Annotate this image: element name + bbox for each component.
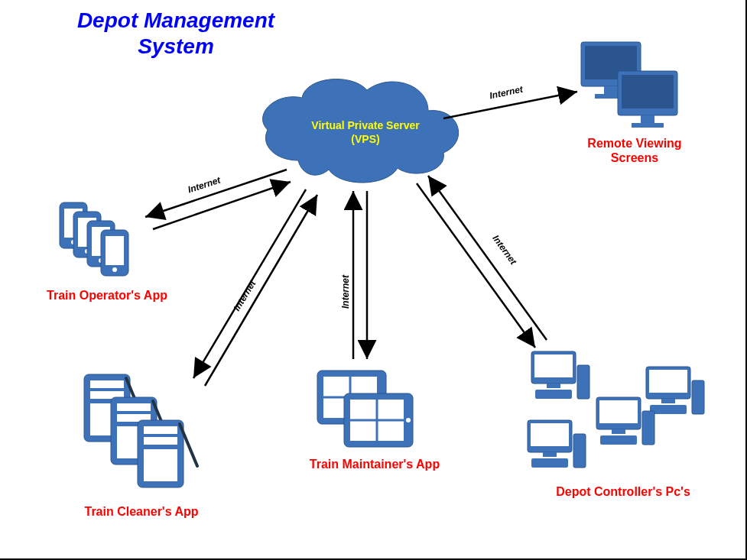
- svg-rect-20: [117, 426, 151, 458]
- svg-point-8: [99, 258, 103, 263]
- svg-rect-43: [649, 370, 687, 393]
- svg-line-66: [153, 182, 291, 229]
- label-train-cleaner: Train Cleaner's App: [65, 504, 218, 519]
- svg-rect-62: [622, 75, 674, 108]
- svg-rect-64: [632, 123, 664, 128]
- svg-line-26: [180, 424, 197, 466]
- svg-rect-58: [585, 46, 637, 79]
- svg-rect-15: [90, 403, 124, 435]
- label-remote-2: Screens: [611, 151, 658, 164]
- svg-line-16: [126, 378, 144, 420]
- handhelds-icon: [84, 374, 197, 487]
- svg-rect-33: [350, 400, 404, 441]
- svg-rect-59: [604, 86, 618, 94]
- svg-line-71: [417, 183, 535, 348]
- label-train-maintainer: Train Maintainer's App: [291, 457, 459, 471]
- svg-rect-53: [599, 400, 638, 423]
- edge-label-controller: Internet: [490, 233, 518, 267]
- tablets-icon: [317, 371, 413, 447]
- edge-label-maintainer: Internet: [340, 275, 351, 309]
- svg-rect-55: [600, 435, 637, 445]
- svg-rect-14: [90, 391, 124, 399]
- svg-rect-10: [106, 236, 124, 265]
- edge-label-remote: Internet: [489, 84, 524, 102]
- svg-rect-27: [317, 371, 386, 424]
- title-line1: Depot Management: [77, 8, 274, 32]
- svg-rect-38: [534, 354, 573, 377]
- svg-rect-32: [344, 393, 413, 447]
- svg-point-36: [406, 418, 411, 422]
- svg-rect-24: [144, 437, 177, 445]
- svg-rect-40: [535, 390, 572, 399]
- svg-rect-18: [117, 403, 151, 411]
- svg-rect-47: [528, 420, 572, 452]
- label-depot-controller: Depot Controller's Pc's: [535, 484, 711, 499]
- desktops-icon: [528, 351, 704, 468]
- diagram-title: Depot Management System: [76, 8, 275, 59]
- svg-point-2: [71, 240, 76, 244]
- svg-rect-25: [144, 449, 177, 481]
- svg-rect-3: [73, 212, 101, 257]
- svg-rect-48: [531, 423, 569, 446]
- svg-rect-60: [595, 94, 627, 99]
- svg-rect-52: [596, 397, 641, 429]
- svg-rect-51: [573, 434, 586, 468]
- svg-rect-0: [60, 202, 87, 248]
- svg-rect-12: [84, 374, 130, 442]
- svg-line-68: [205, 195, 317, 386]
- arrow-to-controller: [417, 176, 547, 348]
- svg-line-72: [428, 176, 547, 340]
- svg-rect-4: [78, 218, 96, 247]
- svg-rect-54: [612, 429, 625, 434]
- label-remote-viewing: Remote Viewing Screens: [566, 136, 703, 165]
- arrow-to-maintainer: [353, 191, 367, 359]
- svg-rect-19: [117, 414, 151, 422]
- svg-rect-63: [641, 115, 654, 123]
- cloud-text-2: (VPS): [351, 133, 379, 145]
- svg-rect-46: [692, 380, 704, 414]
- svg-rect-9: [101, 230, 128, 276]
- svg-layer: [0, 0, 747, 560]
- svg-rect-22: [138, 420, 184, 487]
- edge-label-operator: Internet: [187, 175, 222, 196]
- svg-point-11: [112, 267, 117, 272]
- label-train-operator: Train Operator's App: [31, 288, 184, 303]
- svg-point-31: [379, 395, 384, 400]
- svg-rect-23: [144, 426, 177, 434]
- cloud-label: Virtual Private Server (VPS): [308, 118, 423, 146]
- phones-icon: [60, 202, 128, 276]
- monitors-icon: [581, 42, 677, 128]
- svg-rect-6: [87, 221, 115, 267]
- title-line2: System: [138, 34, 214, 58]
- svg-rect-7: [92, 227, 110, 256]
- svg-rect-41: [577, 365, 589, 399]
- svg-rect-49: [543, 452, 557, 457]
- svg-rect-1: [64, 209, 83, 238]
- svg-rect-37: [531, 351, 576, 384]
- svg-rect-56: [642, 411, 654, 445]
- svg-rect-28: [323, 377, 377, 418]
- svg-rect-17: [111, 397, 157, 465]
- label-remote-1: Remote Viewing: [587, 137, 681, 150]
- svg-line-21: [153, 401, 171, 443]
- svg-rect-61: [618, 71, 677, 115]
- svg-rect-44: [661, 399, 675, 403]
- svg-point-5: [85, 249, 89, 254]
- cloud-text-1: Virtual Private Server: [311, 119, 419, 131]
- svg-rect-42: [646, 367, 690, 399]
- svg-rect-50: [531, 458, 568, 468]
- svg-rect-39: [547, 384, 560, 388]
- svg-rect-45: [650, 405, 687, 414]
- diagram-canvas: Depot Management System: [0, 0, 747, 560]
- edge-label-cleaner: Internet: [232, 279, 258, 313]
- svg-rect-57: [581, 42, 641, 86]
- svg-rect-13: [90, 380, 124, 388]
